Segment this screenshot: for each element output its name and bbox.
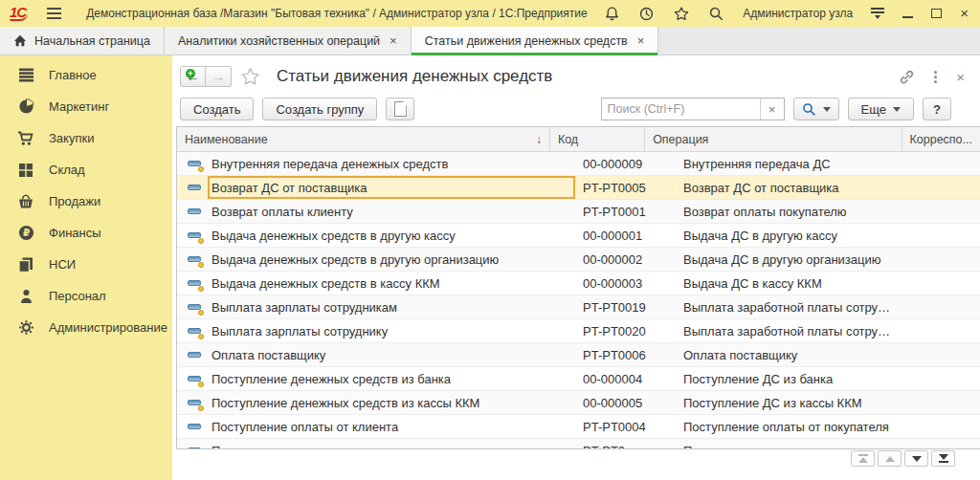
forward-button[interactable]: →	[206, 66, 232, 87]
tab-cash-flow-items[interactable]: Статьи движения денежных средств ×	[412, 27, 659, 55]
move-down-icon[interactable]	[904, 450, 928, 467]
search-icon[interactable]	[708, 6, 724, 22]
link-icon[interactable]	[899, 69, 915, 85]
column-header-operation[interactable]: Операция	[645, 127, 902, 151]
cell-code: 00-000003	[575, 272, 676, 295]
cell-correspondence	[949, 415, 980, 438]
sidebar-item-main[interactable]: Главное	[0, 59, 172, 91]
sidebar-item-administration[interactable]: Администрирование	[0, 312, 172, 343]
predefined-marker-icon	[198, 166, 204, 172]
cell-operation: Поступление ДС из кассы ККМ	[676, 391, 949, 414]
current-user[interactable]: Администратор узла	[743, 7, 853, 20]
dropdown-caret-icon	[823, 107, 831, 112]
create-group-button[interactable]: Создать группу	[262, 98, 377, 120]
table-row[interactable]: Внутренняя передача денежных средств 00-…	[177, 152, 980, 176]
table-row[interactable]: Поступление денежных средств из кассы КК…	[177, 391, 980, 415]
table-row[interactable]: Поступление оплаты от клиента PT-PT0004 …	[177, 415, 980, 439]
column-header-correspondence[interactable]: Корреспо...	[902, 127, 980, 151]
sidebar-item-finance[interactable]: ₽ Финансы	[0, 217, 172, 249]
panel-close-icon[interactable]: ×	[956, 69, 965, 85]
cell-correspondence	[949, 152, 980, 175]
sidebar-item-marketing[interactable]: Маркетинг	[0, 91, 172, 122]
tab-close-icon[interactable]: ×	[390, 33, 397, 48]
grid-icon	[17, 162, 34, 179]
sidebar-item-sales[interactable]: Продажи	[0, 185, 172, 217]
notifications-icon[interactable]	[604, 6, 620, 22]
search-icon	[802, 102, 816, 117]
cell-operation: Внутренняя передача ДС	[676, 152, 949, 175]
sidebar-item-personnel[interactable]: Персонал	[0, 280, 172, 312]
table-body: Внутренняя передача денежных средств 00-…	[177, 152, 980, 449]
main-menu-icon[interactable]	[47, 8, 61, 19]
cell-correspondence	[949, 272, 980, 295]
cell-name: Выплата зарплаты сотрудникам	[177, 295, 575, 318]
cell-operation: Выплата заработной платы сотру…	[676, 295, 949, 318]
table-row[interactable]: Выдача денежных средств в кассу ККМ 00-0…	[177, 272, 980, 295]
cell-correspondence	[949, 367, 980, 390]
cell-code: 00-000005	[575, 391, 676, 414]
titlebar: 1С Демонстрационная база /Магазин "Бытов…	[0, 0, 980, 27]
move-to-top-icon[interactable]	[851, 450, 875, 467]
search-button[interactable]	[793, 98, 839, 120]
table-row[interactable]: Выплата зарплаты сотруднику PT-PT0020 Вы…	[177, 319, 980, 343]
minimize-icon[interactable]	[902, 9, 913, 18]
move-to-bottom-icon[interactable]	[931, 450, 955, 467]
clear-search-icon[interactable]: ×	[760, 98, 784, 120]
cell-code: 00-000009	[575, 152, 676, 175]
pie-chart-icon	[17, 98, 34, 116]
cell-correspondence	[949, 391, 980, 414]
table-row[interactable]: Выдача денежных средств в другую кассу 0…	[177, 224, 980, 248]
favorite-star-icon[interactable]	[240, 67, 260, 86]
column-header-code[interactable]: Код	[550, 127, 645, 151]
window-title: Демонстрационная база /Магазин "Бытовая …	[86, 7, 588, 20]
close-icon[interactable]: ×	[960, 7, 969, 20]
service-menu-icon[interactable]	[871, 8, 884, 19]
help-button[interactable]: ?	[923, 98, 951, 120]
predefined-marker-icon	[198, 262, 204, 268]
catalog-item-icon	[188, 158, 203, 170]
catalog-item-icon	[188, 301, 203, 314]
sidebar-item-nsi[interactable]: НСИ	[0, 249, 172, 280]
sidebar-item-purchases[interactable]: Закупки	[0, 122, 172, 154]
table-row[interactable]: Оплата поставщику PT-PT0006 Оплата поста…	[177, 343, 980, 367]
maximize-icon[interactable]	[931, 9, 942, 18]
favorites-icon[interactable]	[673, 6, 690, 22]
tab-home[interactable]: Начальная страница	[0, 27, 165, 55]
table-row[interactable]: П PT-PT0 П	[177, 439, 980, 449]
catalog-item-icon	[188, 421, 203, 433]
table-row[interactable]: Выдача денежных средств в другую организ…	[177, 248, 980, 272]
cell-code: 00-000002	[575, 248, 676, 271]
tab-bar: Начальная страница Аналитики хозяйственн…	[0, 27, 980, 55]
new-document-plus-icon[interactable]: +	[386, 98, 414, 120]
create-button[interactable]: Создать	[180, 98, 254, 120]
sidebar-item-warehouse[interactable]: Склад	[0, 154, 172, 185]
predefined-marker-icon	[198, 238, 204, 244]
cell-correspondence	[949, 224, 980, 247]
predefined-marker-icon	[198, 286, 204, 292]
sections-icon	[17, 67, 34, 84]
svg-text:₽: ₽	[22, 228, 29, 238]
cash-flow-items-table: Наименование ↓ Код Операция Корреспо... …	[176, 126, 980, 449]
cell-name: П	[177, 439, 575, 449]
more-button[interactable]: Еще	[848, 98, 914, 120]
table-row[interactable]: Поступление денежных средств из банка 00…	[177, 367, 980, 391]
catalog-item-icon	[188, 277, 203, 290]
tab-close-icon[interactable]: ×	[637, 33, 645, 48]
catalog-item-icon	[188, 445, 203, 450]
more-dots-icon[interactable]	[934, 71, 937, 83]
list-navigation	[851, 450, 955, 467]
table-row[interactable]: Возврат ДС от поставщика PT-PT0005 Возвр…	[177, 176, 980, 200]
search-input[interactable]	[602, 98, 760, 120]
tab-analytics[interactable]: Аналитики хозяйственных операций ×	[165, 27, 412, 55]
cell-name: Выдача денежных средств в кассу ККМ	[177, 272, 575, 295]
column-header-name[interactable]: Наименование ↓	[177, 127, 550, 151]
history-icon[interactable]	[638, 6, 655, 22]
move-up-icon[interactable]	[878, 450, 902, 467]
cell-correspondence	[949, 248, 980, 271]
table-row[interactable]: Выплата зарплаты сотрудникам PT-PT0019 В…	[177, 295, 980, 319]
predefined-marker-icon	[198, 405, 204, 411]
1c-logo: 1С	[10, 6, 28, 21]
cell-name: Поступление оплаты от клиента	[177, 415, 575, 438]
table-row[interactable]: Возврат оплаты клиенту PT-PT0001 Возврат…	[177, 200, 980, 224]
cell-name: Выдача денежных средств в другую организ…	[177, 248, 575, 271]
